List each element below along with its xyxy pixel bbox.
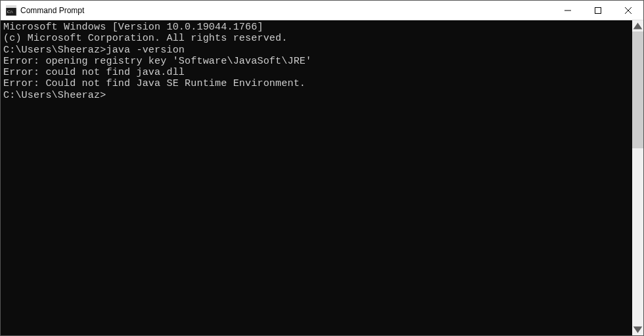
vertical-scrollbar[interactable] (632, 20, 643, 335)
svg-text:C:\: C:\ (7, 9, 13, 14)
svg-rect-4 (595, 7, 601, 13)
svg-marker-8 (633, 326, 643, 333)
maximize-button[interactable] (583, 1, 613, 20)
output-line: C:\Users\Sheeraz> (3, 90, 630, 101)
output-line: Error: Could not find Java SE Runtime En… (3, 78, 630, 89)
window-controls (553, 1, 643, 20)
output-line: (c) Microsoft Corporation. All rights re… (3, 33, 630, 44)
scroll-track[interactable] (632, 32, 643, 324)
svg-rect-1 (6, 5, 16, 8)
output-line: Microsoft Windows [Version 10.0.19044.17… (3, 22, 630, 33)
output-line: Error: could not find java.dll (3, 67, 630, 78)
svg-marker-7 (633, 22, 643, 29)
output-line: Error: opening registry key 'Software\Ja… (3, 56, 630, 67)
output-line: C:\Users\Sheeraz>java -version (3, 45, 630, 56)
content-area: Microsoft Windows [Version 10.0.19044.17… (1, 20, 643, 335)
minimize-button[interactable] (553, 1, 583, 20)
scroll-down-button[interactable] (632, 324, 643, 335)
scroll-thumb[interactable] (632, 32, 643, 148)
terminal-output[interactable]: Microsoft Windows [Version 10.0.19044.17… (1, 20, 632, 335)
command-text: java -version (106, 45, 185, 56)
scroll-up-button[interactable] (632, 20, 643, 32)
prompt-text: C:\Users\Sheeraz> (3, 90, 106, 101)
titlebar[interactable]: C:\ Command Prompt (1, 1, 643, 20)
window-frame: C:\ Command Prompt Microsoft Windows [Ve… (0, 0, 644, 336)
close-button[interactable] (613, 1, 643, 20)
prompt-text: C:\Users\Sheeraz> (3, 45, 106, 56)
window-title: Command Prompt (20, 6, 553, 15)
cmd-icon: C:\ (6, 5, 16, 16)
